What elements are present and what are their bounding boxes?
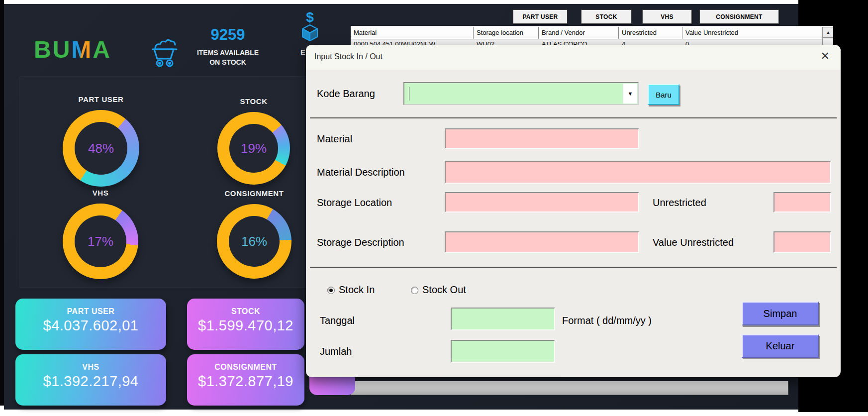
kode-barang-label: Kode Barang — [317, 88, 375, 100]
separator — [310, 117, 837, 118]
app-root: BUMA 9259 ITEMS AVAILABLE ON STOCK $ E P… — [0, 0, 868, 416]
donut-label: VHS — [63, 189, 138, 197]
material-label: Material — [317, 133, 352, 145]
donut-percent: 48% — [88, 141, 114, 156]
logo-letter-a: A — [93, 36, 111, 63]
close-icon[interactable]: ✕ — [821, 51, 830, 62]
stock-count-label: ITEMS AVAILABLE ON STOCK — [193, 48, 263, 67]
separator — [310, 267, 837, 268]
occluded-expense-label: E — [300, 48, 305, 56]
materials-table: Material Storage location Brand / Vendor… — [351, 26, 833, 46]
storage-description-field[interactable] — [445, 231, 639, 253]
nav-button-vhs[interactable]: VHS — [642, 9, 692, 24]
donut-vhs: VHS 17% — [63, 204, 138, 279]
stock-out-radio[interactable] — [411, 287, 418, 294]
material-description-field[interactable] — [445, 161, 831, 184]
card-vhs: VHS $1.392.217,94 — [15, 354, 166, 406]
simpan-button[interactable]: Simpan — [742, 302, 819, 325]
left-edge-strip — [0, 0, 4, 406]
donut-label: CONSIGNMENT — [217, 189, 291, 198]
donut-part-user: PART USER 48% — [63, 110, 139, 187]
chevron-down-icon[interactable]: ▼ — [623, 84, 637, 104]
text-caret — [409, 87, 409, 101]
jumlah-field[interactable] — [451, 340, 555, 363]
card-stock: STOCK $1.599.470,12 — [187, 299, 304, 350]
buma-logo: BUMA — [34, 36, 111, 63]
donut-label: STOCK — [217, 97, 290, 105]
column-header-value-unrestricted[interactable]: Value Unrestricted — [682, 27, 822, 39]
card-part-user: PART USER $4.037.602,01 — [15, 299, 166, 350]
jumlah-label: Jumlah — [320, 346, 352, 357]
unrestricted-label: Unrestricted — [653, 197, 706, 208]
format-hint: Format ( dd/mm/yy ) — [562, 315, 652, 326]
radio-selected-dot — [329, 289, 333, 292]
column-header-storage-location[interactable]: Storage location — [474, 27, 539, 39]
donut-percent: 17% — [88, 234, 113, 249]
material-field[interactable] — [445, 128, 639, 149]
donut-percent: 19% — [241, 141, 267, 156]
baru-button[interactable]: Baru — [648, 84, 679, 105]
mine-cart-icon — [148, 38, 181, 69]
value-unrestricted-label: Value Unrestricted — [653, 237, 734, 248]
stock-out-label: Stock Out — [422, 284, 466, 296]
donut-consignment: CONSIGNMENT 16% — [217, 204, 291, 279]
table-bottom-edge — [351, 381, 788, 395]
value-unrestricted-field[interactable] — [773, 231, 831, 253]
stock-in-radio[interactable] — [327, 287, 335, 294]
material-description-label: Material Description — [317, 167, 405, 178]
column-header-material[interactable]: Material — [351, 27, 474, 39]
table-header-row: Material Storage location Brand / Vendor… — [351, 27, 833, 39]
dialog-title: Input Stock In / Out — [314, 52, 383, 61]
keluar-button[interactable]: Keluar — [742, 334, 819, 358]
stock-count: 9259 — [193, 26, 263, 44]
logo-letters-bu: BU — [34, 36, 71, 63]
column-header-unrestricted[interactable]: Unrestricted — [619, 27, 682, 39]
stock-in-label: Stock In — [339, 284, 375, 296]
donut-stock: STOCK 19% — [217, 112, 290, 185]
tanggal-field[interactable] — [451, 308, 555, 330]
storage-location-label: Storage Location — [317, 197, 392, 208]
nav-button-stock[interactable]: STOCK — [581, 9, 632, 24]
storage-location-field[interactable] — [445, 192, 639, 212]
donut-label: PART USER — [63, 95, 139, 104]
stock-count-block: 9259 ITEMS AVAILABLE ON STOCK — [193, 26, 263, 67]
donut-percent: 16% — [241, 234, 267, 249]
nav-button-consignment[interactable]: CONSIGNMENT — [699, 9, 779, 24]
nav-button-part-user[interactable]: PART USER — [513, 9, 568, 24]
scroll-up-icon[interactable]: ▲ — [823, 27, 833, 38]
storage-description-label: Storage Description — [317, 237, 404, 248]
tanggal-label: Tanggal — [320, 315, 355, 326]
dialog-titlebar — [306, 45, 841, 70]
logo-letter-m: M — [71, 36, 93, 63]
kode-barang-combobox[interactable]: ▼ — [403, 82, 639, 105]
unrestricted-field[interactable] — [773, 192, 831, 212]
input-stock-dialog: Input Stock In / Out ✕ Kode Barang ▼ Bar… — [306, 45, 841, 377]
card-consignment: CONSIGNMENT $1.372.877,19 — [187, 354, 304, 406]
expense-box-icon: $ — [298, 11, 322, 44]
column-header-brand-vendor[interactable]: Brand / Vendor — [539, 27, 619, 39]
svg-text:$: $ — [306, 11, 314, 25]
table-vertical-scrollbar[interactable]: ▲ — [822, 27, 833, 46]
